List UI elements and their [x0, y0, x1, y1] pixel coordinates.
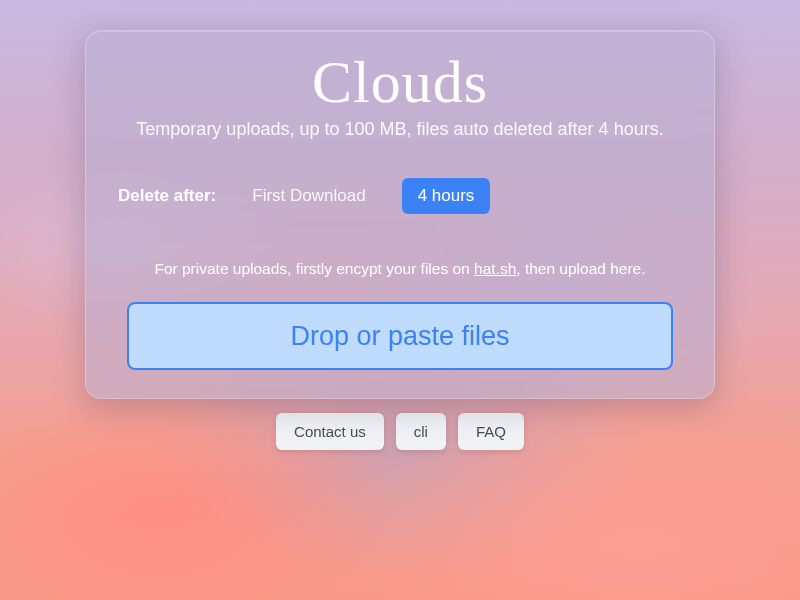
delete-option-first-download[interactable]: First Download [236, 178, 381, 214]
file-dropzone[interactable]: Drop or paste files [127, 302, 673, 370]
delete-option-4-hours[interactable]: 4 hours [402, 178, 491, 214]
footer-links: Contact us cli FAQ [276, 413, 524, 450]
app-subtitle: Temporary uploads, up to 100 MB, files a… [136, 119, 663, 140]
encrypt-link[interactable]: hat.sh [474, 260, 516, 277]
delete-after-row: Delete after: First Download 4 hours [108, 178, 692, 214]
encrypt-note: For private uploads, firstly encypt your… [154, 260, 645, 278]
delete-after-label: Delete after: [118, 186, 216, 206]
upload-card: Clouds Temporary uploads, up to 100 MB, … [85, 30, 715, 399]
faq-button[interactable]: FAQ [458, 413, 524, 450]
app-title: Clouds [312, 49, 488, 115]
encrypt-note-suffix: , then upload here. [516, 260, 645, 277]
dropzone-label: Drop or paste files [290, 321, 509, 352]
encrypt-note-prefix: For private uploads, firstly encypt your… [154, 260, 474, 277]
contact-us-button[interactable]: Contact us [276, 413, 384, 450]
cli-button[interactable]: cli [396, 413, 446, 450]
